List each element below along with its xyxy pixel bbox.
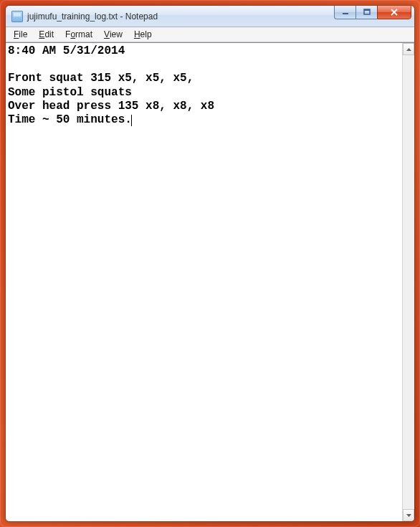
text-editor[interactable]: 8:40 AM 5/31/2014 Front squat 315 x5, x5… <box>6 43 402 521</box>
vertical-scrollbar[interactable] <box>402 43 414 521</box>
menu-edit[interactable]: Edit <box>34 29 59 40</box>
chevron-up-icon <box>406 48 411 51</box>
minimize-icon <box>342 9 349 16</box>
minimize-button[interactable] <box>334 5 355 19</box>
window-controls <box>334 5 411 19</box>
menu-view[interactable]: View <box>99 29 128 40</box>
text-cursor <box>131 115 132 126</box>
scroll-up-button[interactable] <box>403 43 414 55</box>
chevron-down-icon <box>406 514 411 517</box>
notepad-window: jujimufu_training_log.txt - Notepad File… <box>5 5 415 522</box>
maximize-button[interactable] <box>355 5 377 19</box>
scroll-down-button[interactable] <box>403 509 414 521</box>
menu-file[interactable]: File <box>9 29 32 40</box>
close-icon <box>390 9 398 16</box>
scroll-track[interactable] <box>403 55 414 509</box>
menu-format[interactable]: Format <box>60 29 97 40</box>
menu-help[interactable]: Help <box>129 29 157 40</box>
maximize-icon <box>363 9 371 16</box>
notepad-icon <box>11 11 23 22</box>
titlebar[interactable]: jujimufu_training_log.txt - Notepad <box>6 6 414 27</box>
menubar: File Edit Format View Help <box>6 27 414 42</box>
svg-rect-0 <box>343 13 348 14</box>
content-area: 8:40 AM 5/31/2014 Front squat 315 x5, x5… <box>6 42 414 521</box>
document-text: 8:40 AM 5/31/2014 Front squat 315 x5, x5… <box>8 44 214 126</box>
close-button[interactable] <box>377 5 411 19</box>
svg-rect-2 <box>364 9 370 11</box>
